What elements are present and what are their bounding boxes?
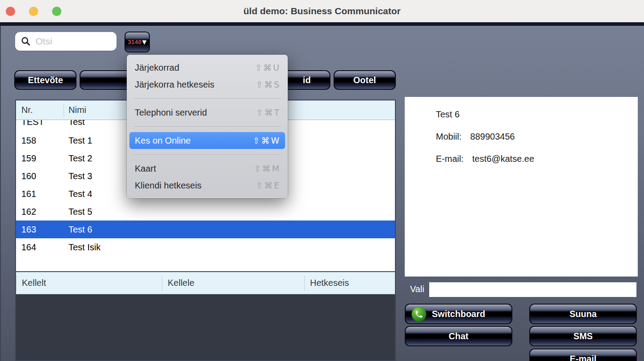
sms-button[interactable]: SMS [529, 326, 637, 346]
contact-mobile-label: Mobiil: [436, 132, 462, 141]
cell-nr: 163 [16, 225, 64, 235]
table-row[interactable]: 164 Test Isik [16, 238, 395, 256]
menu-shortcut: ⇧⌘M [254, 164, 281, 173]
column-header-nr[interactable]: Nr. [16, 104, 64, 117]
cell-nr: TEST [16, 120, 64, 127]
menu-shortcut: ⇧⌘E [256, 180, 281, 190]
menu-separator [134, 154, 281, 155]
extension-number: 3140 [128, 39, 142, 45]
email-label: E-mail [570, 354, 596, 361]
tab-label: Ootel [353, 75, 376, 85]
menu-item-label: Kes on Online [135, 136, 191, 146]
chat-label: Chat [449, 331, 468, 341]
close-button[interactable] [6, 7, 15, 16]
cell-nr: 161 [16, 189, 64, 199]
search-icon [20, 36, 31, 47]
main-area: 3140 ▼ Ettevõte Isi id Ootel Nr. [0, 26, 644, 361]
extension-dropdown-button[interactable]: 3140 ▼ [125, 32, 150, 52]
suuna-button[interactable]: Suuna [529, 304, 637, 324]
suuna-label: Suuna [569, 309, 596, 319]
calls-table: Kellelt Kellele Hetkeseis [15, 271, 396, 361]
zoom-button[interactable] [52, 7, 61, 16]
minimize-button[interactable] [29, 7, 38, 16]
vali-label: Vali [410, 284, 424, 294]
contact-detail-card: Test 6 Mobiil: 889903456 E-mail: test6@k… [405, 97, 638, 277]
cell-nimi: Test 6 [64, 225, 395, 235]
menu-shortcut: ⇧⌘T [256, 108, 281, 117]
column-header-kellelt[interactable]: Kellelt [16, 276, 162, 291]
menu-item-kaart[interactable]: Kaart ⇧⌘M [127, 160, 288, 177]
menu-item-label: Kaart [135, 164, 156, 174]
email-button[interactable]: E-mail [529, 349, 637, 361]
cell-nr: 159 [16, 153, 64, 164]
contact-email-label: E-mail: [436, 154, 463, 164]
menu-shortcut: ⇧⌘S [256, 80, 281, 89]
chevron-down-icon: ▼ [142, 39, 146, 45]
menu-separator [134, 126, 281, 127]
sms-label: SMS [573, 331, 592, 341]
menu-item-label: Järjekorra hetkeseis [135, 80, 214, 90]
table-row-selected[interactable]: 163 Test 6 [16, 221, 395, 238]
cell-nr: 162 [16, 207, 64, 217]
cell-nimi: Test Isik [64, 242, 395, 253]
cell-nimi: Test 5 [64, 207, 395, 217]
chat-button[interactable]: Chat [405, 326, 512, 346]
contact-mobile-value: 889903456 [470, 132, 515, 141]
switchboard-button[interactable]: Switchboard [405, 304, 512, 324]
phone-icon [411, 306, 427, 322]
menu-item-label: Kliendi hetkeseis [135, 180, 201, 191]
contact-email-value: test6@katse.ee [472, 154, 534, 164]
window-titlebar: üld demo: Business Communicator [0, 0, 644, 22]
cell-nr: 158 [16, 136, 64, 146]
calls-table-header: Kellelt Kellele Hetkeseis [16, 272, 395, 294]
column-header-kellele[interactable]: Kellele [162, 276, 304, 291]
menu-item-label: Telephoni serverid [135, 108, 207, 118]
table-row[interactable]: 162 Test 5 [16, 203, 395, 221]
menu-item-jarjekorra-hetkeseis[interactable]: Järjekorra hetkeseis ⇧⌘S [127, 76, 288, 93]
titlebar-divider [0, 22, 644, 26]
tab-label: id [303, 75, 311, 85]
cell-nr: 164 [16, 242, 64, 253]
cell-nr: 160 [16, 171, 64, 181]
search-field[interactable] [15, 32, 117, 51]
menu-separator [134, 98, 281, 99]
extension-dropdown-menu: Järjekorrad ⇧⌘U Järjekorra hetkeseis ⇧⌘S… [127, 55, 288, 198]
window-title: üld demo: Business Communicator [243, 6, 401, 16]
switchboard-label: Switchboard [432, 309, 485, 319]
vali-input[interactable] [429, 282, 636, 297]
contact-name: Test 6 [436, 109, 638, 120]
tab-label: Ettevõte [28, 75, 63, 85]
search-input[interactable] [36, 36, 111, 47]
menu-item-label: Järjekorrad [135, 63, 179, 73]
column-header-hetkeseis[interactable]: Hetkeseis [304, 276, 395, 291]
tab-ootel[interactable]: Ootel [334, 70, 396, 90]
menu-shortcut: ⇧⌘U [255, 63, 281, 72]
tab-ettevote[interactable]: Ettevõte [14, 70, 76, 90]
menu-shortcut: ⇧⌘W [253, 136, 281, 145]
menu-item-telephoni-serverid[interactable]: Telephoni serverid ⇧⌘T [127, 104, 288, 121]
app-window: üld demo: Business Communicator 3140 ▼ E… [0, 0, 644, 361]
menu-item-kes-on-online[interactable]: Kes on Online ⇧⌘W [129, 132, 285, 149]
menu-item-jarjekorrad[interactable]: Järjekorrad ⇧⌘U [127, 59, 288, 76]
menu-item-kliendi-hetkeseis[interactable]: Kliendi hetkeseis ⇧⌘E [127, 177, 288, 194]
